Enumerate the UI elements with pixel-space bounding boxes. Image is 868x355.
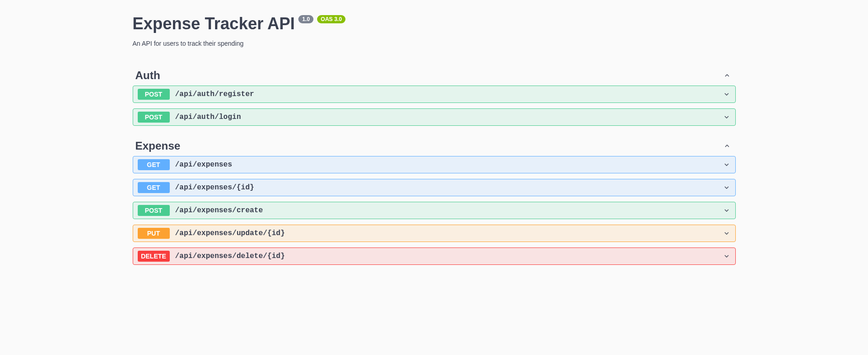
chevron-up-icon xyxy=(723,71,731,80)
tag-name: Auth xyxy=(135,69,161,82)
operation-path: /api/expenses/create xyxy=(175,206,722,215)
operation-path: /api/expenses/{id} xyxy=(175,183,722,192)
chevron-up-icon xyxy=(723,142,731,150)
operation-expenses-list[interactable]: GET /api/expenses xyxy=(133,156,736,173)
operation-auth-register[interactable]: POST /api/auth/register xyxy=(133,86,736,103)
tag-header-auth[interactable]: Auth xyxy=(133,65,736,86)
operation-expenses-create[interactable]: POST /api/expenses/create xyxy=(133,202,736,219)
api-title: Expense Tracker API xyxy=(133,14,295,33)
method-badge: DELETE xyxy=(138,251,170,262)
api-doc-container: Expense Tracker API 1.0 OAS 3.0 An API f… xyxy=(130,14,739,265)
operation-path: /api/expenses xyxy=(175,161,722,169)
method-badge: GET xyxy=(138,159,170,170)
api-header: Expense Tracker API 1.0 OAS 3.0 An API f… xyxy=(133,14,736,47)
method-badge: PUT xyxy=(138,228,170,239)
operation-path: /api/expenses/update/{id} xyxy=(175,229,722,237)
operation-expenses-update[interactable]: PUT /api/expenses/update/{id} xyxy=(133,225,736,242)
tag-section-auth: Auth POST /api/auth/register POST /api/a… xyxy=(133,65,736,126)
chevron-down-icon xyxy=(722,183,731,192)
chevron-down-icon xyxy=(722,229,731,237)
chevron-down-icon xyxy=(722,161,731,169)
chevron-down-icon xyxy=(722,90,731,98)
chevron-down-icon xyxy=(722,206,731,215)
tag-name: Expense xyxy=(135,140,181,152)
chevron-down-icon xyxy=(722,252,731,260)
tag-header-expense[interactable]: Expense xyxy=(133,136,736,156)
version-badge: 1.0 xyxy=(298,15,313,23)
operation-expenses-get[interactable]: GET /api/expenses/{id} xyxy=(133,179,736,196)
operation-expenses-delete[interactable]: DELETE /api/expenses/delete/{id} xyxy=(133,247,736,265)
tag-section-expense: Expense GET /api/expenses GET /api/expen… xyxy=(133,136,736,265)
operation-path: /api/auth/register xyxy=(175,90,722,98)
operation-auth-login[interactable]: POST /api/auth/login xyxy=(133,108,736,126)
operation-path: /api/expenses/delete/{id} xyxy=(175,252,722,260)
api-description: An API for users to track their spending xyxy=(133,40,736,47)
method-badge: POST xyxy=(138,205,170,216)
method-badge: POST xyxy=(138,89,170,100)
method-badge: GET xyxy=(138,182,170,193)
chevron-down-icon xyxy=(722,113,731,121)
operation-path: /api/auth/login xyxy=(175,113,722,121)
method-badge: POST xyxy=(138,112,170,123)
oas-badge: OAS 3.0 xyxy=(317,15,345,23)
title-row: Expense Tracker API 1.0 OAS 3.0 xyxy=(133,14,736,33)
